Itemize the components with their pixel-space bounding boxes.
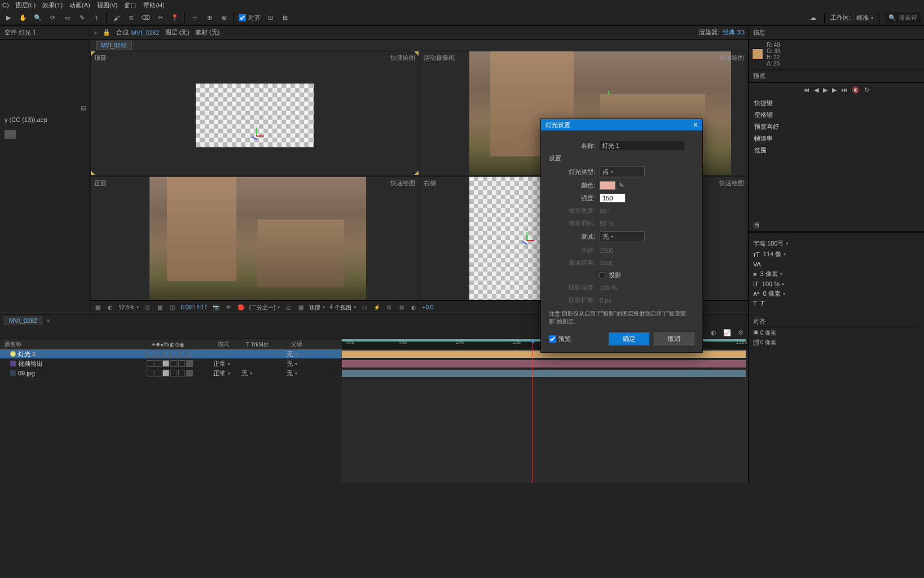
roi-icon[interactable]: ◻ — [284, 304, 292, 312]
comp-close-icon[interactable]: × — [94, 29, 97, 36]
comp-lock-icon[interactable]: 🔒 — [103, 29, 111, 37]
font-size[interactable]: 114 像 — [763, 250, 786, 259]
snap-opt1-icon[interactable]: ⊡ — [265, 13, 275, 23]
timeline-tab[interactable]: MVI_0282 — [3, 316, 43, 325]
menu-layer[interactable]: 图层(L) — [16, 1, 36, 10]
panel-menu-icon[interactable]: ▤ — [80, 104, 87, 112]
pixel-aspect-icon[interactable]: ▭ — [360, 304, 368, 312]
menu-animation[interactable]: 动画(A) — [69, 1, 90, 10]
menu-help[interactable]: 帮助(H) — [143, 1, 164, 10]
show-snapshot-icon[interactable]: 👁 — [225, 304, 232, 312]
mute-icon[interactable]: 🔇 — [852, 86, 860, 94]
cast-shadows-checkbox[interactable] — [600, 273, 605, 278]
layer-row-comp[interactable]: 视频输出 / 正常 无 — [0, 359, 342, 369]
playhead[interactable] — [533, 339, 533, 483]
mode-drop[interactable]: 正常 — [213, 360, 230, 368]
channel-icon[interactable]: ◐ — [106, 304, 114, 312]
font-dropdown[interactable]: 字魂 100号 — [753, 239, 788, 248]
baseline-shift[interactable]: 0 像素 — [763, 290, 785, 298]
snap-checkbox-input[interactable] — [239, 14, 246, 21]
last-frame-icon[interactable]: ⏭ — [841, 86, 847, 94]
footage-tab[interactable]: 素材 (无) — [195, 28, 219, 37]
zoom-dropdown[interactable]: 12.5% — [118, 304, 139, 310]
zoom-tool-icon[interactable]: 🔍 — [33, 13, 43, 23]
leading[interactable]: 3 像素 — [760, 270, 782, 278]
align-icon2[interactable]: ▦ — [753, 339, 759, 345]
align-val2[interactable]: 0 像素 — [760, 339, 776, 345]
trkmat-drop[interactable]: 无 — [241, 369, 252, 378]
roto-tool-icon[interactable]: ✂ — [155, 13, 165, 23]
parent-drop[interactable]: 无 — [287, 350, 297, 358]
help-search[interactable]: 🔍 搜索帮 — [885, 12, 921, 23]
brush-tool-icon[interactable]: 🖌 — [111, 13, 121, 23]
light-name-input[interactable] — [600, 141, 684, 150]
viewport-front[interactable]: 正面 快速绘图 — [90, 176, 419, 301]
grid-icon[interactable]: ▦ — [156, 304, 164, 312]
pen-tool-icon[interactable]: ✎ — [77, 13, 87, 23]
snap-opt2-icon[interactable]: ⊞ — [280, 13, 290, 23]
menu-c[interactable]: C) — [2, 2, 9, 8]
align-val1[interactable]: 0 像素 — [760, 330, 776, 336]
italic-icon[interactable]: T — [760, 300, 764, 307]
light-type-dropdown[interactable]: 点 — [600, 167, 645, 177]
view-select-dropdown[interactable]: 顶部 — [309, 304, 325, 312]
transparency-icon[interactable]: ▦ — [297, 304, 305, 312]
cancel-button[interactable]: 取消 — [654, 332, 694, 345]
workspace-dropdown[interactable]: 标准 — [856, 14, 873, 22]
rect-tool-icon[interactable]: ▭ — [62, 13, 72, 23]
exposure-value[interactable]: +0.0 — [423, 304, 434, 310]
play-icon[interactable]: ▶ — [823, 86, 828, 94]
puppet-tool-icon[interactable]: 📍 — [170, 13, 180, 23]
vertical-scale[interactable]: 100 % — [762, 281, 784, 287]
mask-icon[interactable]: ◫ — [168, 304, 176, 312]
layer-tab[interactable]: 图层 (无) — [165, 28, 190, 37]
project-item[interactable]: y (CC (13)).aep — [0, 114, 90, 125]
col-trkmat[interactable]: T TrkMat — [246, 339, 291, 349]
col-mode[interactable]: 模式 — [218, 339, 246, 349]
intensity-input[interactable] — [600, 194, 626, 203]
mode-drop[interactable]: 正常 — [213, 369, 230, 378]
safe-zones-icon[interactable]: ⊡ — [143, 304, 151, 312]
snapshot-icon[interactable]: 📷 — [212, 304, 220, 312]
hand-tool-icon[interactable]: ✋ — [18, 13, 28, 23]
bold-icon[interactable]: T — [753, 300, 757, 307]
tl-brainstorm-icon[interactable]: ⚙ — [737, 329, 745, 337]
menu-window[interactable]: 窗口 — [124, 1, 137, 10]
layer-row-light[interactable]: 灯光 1 无 — [0, 349, 342, 359]
rgb-icon[interactable]: 🔴 — [237, 304, 245, 312]
timeline-icon[interactable]: ⧉ — [385, 304, 393, 312]
folder-icon[interactable] — [5, 130, 16, 139]
axis-view-icon[interactable]: ⊗ — [219, 13, 229, 23]
preview-shortcut[interactable]: 快捷键 — [752, 97, 921, 109]
first-frame-icon[interactable]: ⏮ — [803, 86, 809, 94]
eraser-tool-icon[interactable]: ⌫ — [140, 13, 151, 23]
sync-icon[interactable]: ☁ — [808, 13, 819, 23]
text-tool-icon[interactable]: T — [91, 13, 102, 23]
resolution-dropdown[interactable]: (二分之一) — [249, 304, 280, 312]
viewport-top[interactable]: 顶部 快速绘图 — [90, 51, 419, 176]
exposure-reset-icon[interactable]: ◐ — [410, 304, 418, 312]
tl-graph-icon[interactable]: 📈 — [723, 329, 731, 337]
view-layout-dropdown[interactable]: 4 个视图 — [329, 304, 355, 312]
stamp-tool-icon[interactable]: ⧈ — [126, 13, 136, 23]
parent-drop[interactable]: 无 — [287, 360, 297, 368]
falloff-dropdown[interactable]: 无 — [600, 231, 645, 242]
snap-checkbox[interactable]: 对齐 — [239, 14, 261, 22]
axis-world-icon[interactable]: ⊕ — [204, 13, 214, 23]
timeline-tracks[interactable] — [342, 349, 748, 483]
eyedropper-icon[interactable]: ✎ — [619, 182, 624, 189]
menu-effect[interactable]: 效果(T) — [42, 1, 63, 10]
comp-active-tab[interactable]: MVI_0282 — [96, 41, 132, 50]
ok-button[interactable]: 确定 — [609, 332, 649, 345]
dialog-close-icon[interactable]: × — [693, 120, 698, 129]
selection-tool-icon[interactable]: ▶ — [3, 13, 14, 23]
comp-name-link[interactable]: MVI_0282 — [131, 29, 159, 36]
track-bar-comp[interactable] — [342, 360, 746, 367]
loop-icon[interactable]: ↻ — [864, 86, 869, 94]
renderer-value[interactable]: 经典 3D — [723, 28, 745, 37]
fast-preview-icon[interactable]: ⚡ — [373, 304, 381, 312]
col-parent[interactable]: 父级 — [291, 339, 342, 349]
dialog-titlebar[interactable]: 灯光设置 × — [541, 119, 702, 130]
menu-view[interactable]: 视图(V) — [97, 1, 118, 10]
preview-checkbox[interactable] — [549, 335, 556, 343]
